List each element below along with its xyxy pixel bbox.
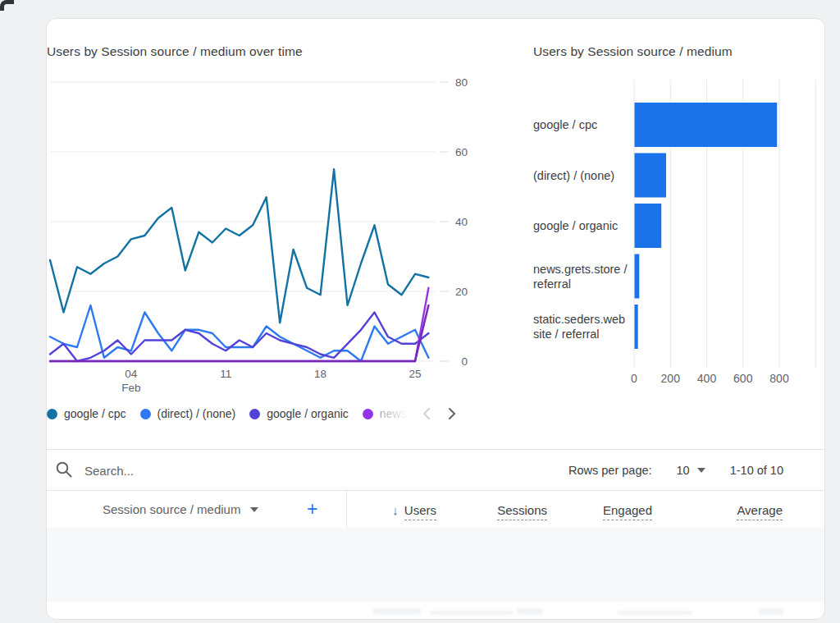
legend-dot-icon [47,409,57,419]
line-chart: 02040608004Feb111825 [43,72,472,401]
svg-text:0: 0 [461,355,468,368]
legend-label: google / organic [267,407,349,420]
legend-prev-icon [421,406,432,421]
rows-per-page-label: Rows per page: [568,464,652,477]
divider [47,490,824,491]
legend-item: (direct) / (none) [140,407,236,420]
rows-per-page-value: 10 [677,464,690,477]
faded-row-fragment [430,611,514,615]
legend-item: news [363,407,407,420]
legend-label: news [380,407,407,420]
rows-per-page-select[interactable]: 10 [677,464,705,477]
legend-label: (direct) / (none) [158,407,236,420]
metric-header-line: Sessions [497,502,547,520]
metric-header-line: Engaged [603,502,652,520]
svg-text:0: 0 [631,372,637,385]
svg-text:40: 40 [455,216,468,228]
table-toolbar: Rows per page: 10 1-10 of 10 [47,450,824,490]
metric-header-line: Average [714,502,783,520]
svg-text:200: 200 [661,372,681,385]
bar-category-label: (direct) / (none) [533,168,628,183]
faded-row-fragment [517,608,543,615]
legend-dot-icon [363,409,373,419]
metric-column-header[interactable]: ↓Users [392,502,436,525]
bar-chart-title: Users by Session source / medium [533,44,733,59]
bar-category-label: google / organic [533,218,628,233]
bar-category-label: news.grets.store / referral [533,262,628,291]
svg-text:04: 04 [125,368,138,380]
dimension-column-header[interactable]: Session source / medium [103,502,258,516]
faded-row-fragment [373,608,421,615]
legend-item: google / organic [249,407,349,420]
svg-text:20: 20 [455,286,468,298]
faded-row-fragment [759,608,783,615]
sort-descending-icon: ↓ [392,503,399,517]
metric-header-line: ↓Users [392,502,436,520]
dimension-header-label: Session source / medium [103,502,240,516]
screen-corner-decoration [0,0,14,11]
legend-dot-icon [249,409,260,419]
bar-category-label: google / cpc [533,117,628,132]
metric-column-header[interactable]: Sessions [497,502,547,525]
svg-text:25: 25 [409,368,421,380]
legend-item: google / cpc [47,407,126,420]
pagination-range: 1-10 of 10 [730,464,783,477]
faded-row-fragment [617,611,692,615]
svg-text:800: 800 [769,372,789,385]
svg-text:60: 60 [455,146,468,158]
line-chart-legend: google / cpc(direct) / (none)google / or… [47,404,475,424]
svg-text:11: 11 [220,368,231,380]
svg-text:18: 18 [314,368,326,380]
search-input[interactable] [83,456,332,484]
legend-next-icon[interactable] [446,406,458,421]
chevron-down-icon [697,468,705,473]
legend-label: google / cpc [64,407,126,420]
line-chart-title: Users by Session source / medium over ti… [47,44,303,59]
bar-category-label: static.seders.website / referral [533,312,628,341]
svg-text:400: 400 [697,372,717,385]
search-icon [55,460,74,479]
add-dimension-button[interactable]: + [307,497,317,520]
svg-text:Feb: Feb [121,382,140,394]
svg-text:80: 80 [455,76,468,89]
bar-chart-category-labels: google / cpc(direct) / (none)google / or… [533,72,628,392]
chevron-down-icon [250,507,258,512]
analytics-dashboard: { "chart_data": [ { "type": "line", "tit… [0,0,840,623]
svg-text:600: 600 [733,372,753,385]
table-body-area [47,528,824,602]
legend-dot-icon [140,409,151,419]
